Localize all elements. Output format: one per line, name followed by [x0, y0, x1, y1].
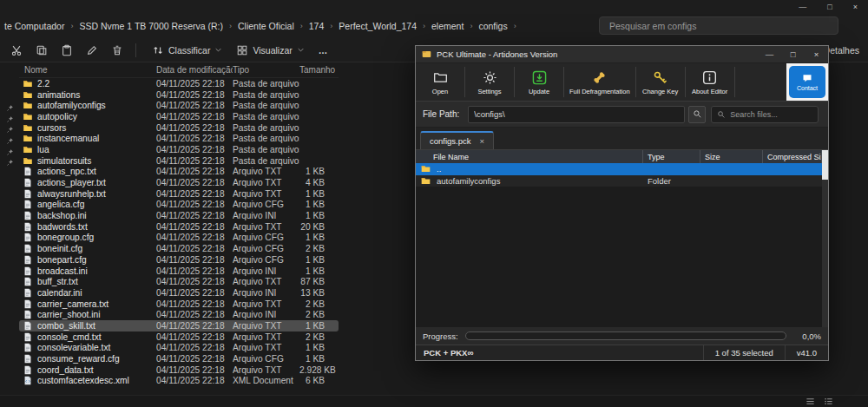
pck-column-type[interactable]: Type: [643, 150, 700, 163]
toolbar-button-update[interactable]: Update: [515, 63, 563, 101]
tab-configs-pck[interactable]: configs.pck ×: [420, 131, 494, 149]
pck-maximize-button[interactable]: □: [781, 46, 805, 62]
pck-close-button[interactable]: ×: [805, 46, 828, 62]
file-row[interactable]: actions_npc.txt04/11/2025 22:18Arquivo T…: [19, 167, 339, 178]
file-row[interactable]: boneinit.cfg04/11/2025 22:18Arquivo CFG2…: [19, 243, 339, 254]
file-row[interactable]: cursors04/11/2025 22:18Pasta de arquivos: [19, 122, 339, 134]
list-view-icon[interactable]: [806, 397, 815, 406]
nav-pinned-item[interactable]: [0, 135, 19, 147]
file-row[interactable]: bonepart.cfg04/11/2025 22:18Arquivo CFG1…: [19, 254, 339, 266]
file-row[interactable]: autofamilyconfigs04/11/2025 22:18Pasta d…: [19, 100, 339, 111]
breadcrumb-item[interactable]: te Computador: [2, 19, 67, 33]
scrollbar-thumb[interactable]: [822, 150, 828, 180]
toolbar-separator: [135, 43, 136, 57]
file-row[interactable]: combo_skill.txt04/11/2025 22:18Arquivo T…: [19, 320, 339, 332]
nav-pinned-item[interactable]: [0, 157, 19, 168]
file-row[interactable]: customfacetexdesc.xml04/11/2025 22:18XML…: [19, 376, 339, 387]
breadcrumb-item[interactable]: element: [429, 19, 466, 33]
file-row[interactable]: calendar.ini04/11/2025 22:18Arquivo INI1…: [19, 287, 339, 299]
tab-close-icon[interactable]: ×: [480, 136, 485, 146]
file-row[interactable]: angelica.cfg04/11/2025 22:18Arquivo CFG1…: [19, 200, 339, 211]
breadcrumb-item[interactable]: 174: [306, 19, 327, 33]
pck-table-header: File Name Type Size Compressed Size: [416, 150, 822, 163]
sort-button[interactable]: Classificar: [145, 41, 229, 60]
paste-icon[interactable]: [61, 44, 73, 56]
doc-icon: [23, 233, 33, 242]
pck-file-row[interactable]: autofamilyconfigsFolder: [416, 175, 822, 187]
rename-icon[interactable]: [86, 44, 98, 56]
pck-search-box[interactable]: [711, 106, 819, 123]
file-row[interactable]: console_cmd.txt04/11/2025 22:18Arquivo T…: [19, 332, 339, 343]
file-name: simulatorsuits: [37, 156, 91, 166]
file-row[interactable]: alwaysrunhelp.txt04/11/2025 22:18Arquivo…: [19, 188, 339, 200]
doc-icon: [23, 277, 33, 286]
file-name: autofamilyconfigs: [37, 101, 106, 110]
file-date: 04/11/2025 22:18: [156, 277, 233, 286]
close-button[interactable]: ×: [853, 1, 858, 13]
breadcrumb-item[interactable]: Perfect_World_174: [336, 19, 419, 33]
file-date: 04/11/2025 22:18: [156, 90, 233, 100]
file-row[interactable]: consume_reward.cfg04/11/2025 22:18Arquiv…: [19, 353, 339, 364]
explorer-search-input[interactable]: [599, 16, 838, 35]
file-path-input[interactable]: [468, 106, 685, 123]
file-row[interactable]: carrier_camera.txt04/11/2025 22:18Arquiv…: [19, 299, 339, 310]
pck-column-file-name[interactable]: File Name: [416, 150, 643, 163]
file-row[interactable]: consolevariable.txt04/11/2025 22:18Arqui…: [19, 343, 339, 354]
delete-icon[interactable]: [111, 44, 123, 56]
file-row[interactable]: lua04/11/2025 22:18Pasta de arquivos: [19, 144, 339, 155]
scrollbar[interactable]: [822, 150, 828, 327]
file-date: 04/11/2025 22:18: [156, 266, 233, 276]
column-name[interactable]: Nome: [19, 65, 156, 75]
file-row[interactable]: coord_data.txt04/11/2025 22:18Arquivo TX…: [19, 364, 339, 376]
toolbar-button-gear[interactable]: Settings: [465, 63, 514, 101]
pck-file-row[interactable]: ..: [416, 163, 822, 175]
details-view-icon[interactable]: [824, 397, 833, 406]
file-row[interactable]: carrier_shoot.ini04/11/2025 22:18Arquivo…: [19, 309, 339, 320]
nav-pinned-item[interactable]: [0, 147, 19, 158]
file-row[interactable]: buff_str.txt04/11/2025 22:18Arquivo TXT8…: [19, 276, 339, 287]
maximize-button[interactable]: □: [827, 1, 832, 13]
file-row[interactable]: 2.204/11/2025 22:18Pasta de arquivos: [19, 78, 339, 89]
file-name: customfacetexdesc.xml: [37, 376, 129, 385]
pck-minimize-button[interactable]: —: [758, 46, 781, 62]
nav-pinned-item[interactable]: [0, 124, 19, 135]
more-options-button[interactable]: …: [312, 42, 336, 59]
copy-icon[interactable]: [36, 44, 48, 56]
pck-column-compressed-size[interactable]: Compressed Size: [763, 150, 822, 163]
nav-pinned-item[interactable]: [0, 114, 19, 125]
doc-icon: [23, 299, 33, 309]
browse-button[interactable]: [688, 106, 706, 123]
column-type[interactable]: Tipo: [233, 65, 299, 75]
toolbar-button-bone[interactable]: Full Defragmentation: [564, 63, 635, 101]
toolbar-button-info[interactable]: About Editor: [686, 63, 734, 101]
doc-icon: [23, 222, 33, 232]
file-row[interactable]: autopolicy04/11/2025 22:18Pasta de arqui…: [19, 111, 339, 122]
file-type: Arquivo TXT: [233, 332, 299, 342]
nav-pinned-item[interactable]: [0, 102, 19, 114]
toolbar-button-open[interactable]: Open: [416, 63, 464, 101]
breadcrumb-item[interactable]: SSD Nvme 1 TB 7000 Reserva (R:): [76, 19, 226, 33]
file-row[interactable]: bonegroup.cfg04/11/2025 22:18Arquivo CFG…: [19, 233, 339, 244]
pck-column-size[interactable]: Size: [700, 150, 763, 163]
chat-icon: [801, 73, 813, 83]
column-date-modified[interactable]: Data de modificação: [156, 65, 233, 75]
pck-titlebar[interactable]: PCK Ultimate - Artidones Version — □ ×: [416, 46, 828, 63]
cut-icon[interactable]: [10, 44, 23, 56]
minimize-button[interactable]: —: [799, 1, 806, 13]
file-row[interactable]: instancemanual04/11/2025 22:18Pasta de a…: [19, 133, 339, 144]
column-size[interactable]: Tamanho: [299, 65, 339, 75]
file-row[interactable]: actions_player.txt04/11/2025 22:18Arquiv…: [19, 177, 339, 188]
breadcrumb: te Computador›SSD Nvme 1 TB 7000 Reserva…: [2, 19, 520, 33]
pck-search-input[interactable]: [730, 110, 812, 119]
breadcrumb-item[interactable]: Cliente Oficial: [235, 19, 297, 33]
breadcrumb-item[interactable]: configs: [476, 19, 510, 33]
file-row[interactable]: broadcast.ini04/11/2025 22:18Arquivo INI…: [19, 266, 339, 277]
file-row[interactable]: badwords.txt04/11/2025 22:18Arquivo TXT2…: [19, 221, 339, 233]
view-button[interactable]: Visualizar: [229, 41, 311, 60]
file-name: carrier_camera.txt: [37, 299, 108, 309]
contact-button[interactable]: Contact: [789, 66, 825, 98]
file-row[interactable]: animations04/11/2025 22:18Pasta de arqui…: [19, 89, 339, 101]
file-row[interactable]: simulatorsuits04/11/2025 22:18Pasta de a…: [19, 155, 339, 167]
file-row[interactable]: backshop.ini04/11/2025 22:18Arquivo INI1…: [19, 210, 339, 221]
toolbar-button-key[interactable]: Change Key: [636, 63, 685, 101]
